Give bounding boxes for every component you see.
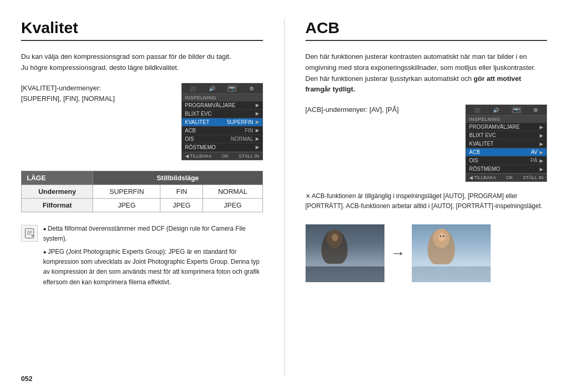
left-intro: Du kan välja den kompressionsgrad som pa…	[21, 51, 263, 74]
notes-text: Detta filformat överensstämmer med DCF (…	[43, 224, 263, 291]
table-header-stillbilds: Stillbildsläge	[93, 171, 262, 184]
camera-menu-item-kvalitet: KVALITET SUPERFIN ▶	[182, 118, 262, 127]
note-item-2: JPEG (Joint Photographic Experts Group):…	[43, 247, 263, 287]
left-section: Kvalitet Du kan välja den kompressionsgr…	[21, 19, 263, 376]
right-camera-menu-item-prog: PROGRAMVÄLJARE▶	[466, 123, 546, 131]
right-camera-menu-title: INSPELNING	[466, 116, 546, 123]
table-cell-jpeg2: JPEG	[160, 198, 203, 212]
table-row-undermeny: Undermeny SUPERFIN FIN NORMAL	[22, 184, 263, 198]
camera-menu-title: INSPELNING	[182, 94, 262, 101]
right-camera-menu-item-kval: KVALITET▶	[466, 140, 546, 148]
left-camera-menu: 🎥 🔊 📷 ⚙ INSPELNING PROGRAMVÄLJARE▶ BLIXT…	[181, 83, 263, 160]
table-cell-filformat-label: Filformat	[22, 198, 93, 212]
right-section: ACB Den här funktionen justerar kontrast…	[284, 19, 547, 376]
table-row-filformat: Filformat JPEG JPEG JPEG	[22, 198, 263, 212]
right-intro: Den här funktionen justerar kontrasten a…	[306, 51, 547, 95]
camera-menu-topbar: 🎥 🔊 📷 ⚙	[182, 84, 262, 94]
camera-menu-item-rost: RÖSTMEMO▶	[182, 143, 262, 152]
acb-photos: →	[306, 224, 547, 282]
note-icon	[21, 225, 38, 242]
camera-menu-item-acb: ACB FIN ▶	[182, 127, 262, 135]
camera-menu-item: PROGRAMVÄLJARE▶	[182, 101, 262, 110]
arrow-between-photos: →	[391, 245, 405, 262]
right-camera-menu-item-rost: RÖSTMEMO▶	[466, 165, 546, 173]
acb-note: ACB-funktionen är tillgänglig i inspelni…	[306, 191, 547, 211]
table-cell-jpeg3: JPEG	[203, 198, 262, 212]
left-submenu-text: [KVALITET]-undermenyer: [SUPERFIN], [FIN…	[21, 83, 173, 105]
right-camera-menu: 🎥 🔊 📷 ⚙ INSPELNING PROGRAMVÄLJARE▶ BLIXT…	[465, 105, 547, 182]
note-item-1: Detta filformat överensstämmer med DCF (…	[43, 224, 263, 244]
table-cell-superfin: SUPERFIN	[93, 184, 160, 198]
table-cell-undermeny-label: Undermeny	[22, 184, 93, 198]
left-title: Kvalitet	[21, 19, 263, 41]
right-submenu-text: [ACB]-undermenyer: [AV], [PÅ]	[306, 105, 458, 116]
camera-menu-item-ois: OIS NORMAL ▶	[182, 135, 262, 143]
right-camera-menu-topbar: 🎥 🔊 📷 ⚙	[466, 105, 546, 116]
quality-table: LÄGE Stillbildsläge Undermeny SUPERFIN F…	[21, 171, 263, 212]
right-submenu-section: [ACB]-undermenyer: [AV], [PÅ] 🎥 🔊 📷 ⚙ IN…	[306, 105, 547, 182]
photo-before	[306, 224, 384, 282]
right-title: ACB	[306, 19, 547, 41]
table-cell-jpeg1: JPEG	[93, 198, 160, 212]
right-camera-menu-item-blixt: BLIXT EVC▶	[466, 131, 546, 140]
camera-menu-bottom: ◀ TILLBAKA OK STÄLL IN	[182, 152, 262, 160]
notes-section: Detta filformat överensstämmer med DCF (…	[21, 224, 263, 291]
table-cell-fin: FIN	[160, 184, 203, 198]
table-cell-normal: NORMAL	[203, 184, 262, 198]
pencil-icon	[24, 228, 35, 239]
table-header-lage: LÄGE	[22, 171, 93, 184]
page-number: 052	[21, 375, 33, 383]
right-camera-menu-item-acb: ACB AV ▶	[466, 148, 546, 157]
left-submenu-section: [KVALITET]-undermenyer: [SUPERFIN], [FIN…	[21, 83, 263, 160]
photo-after	[412, 224, 491, 282]
camera-menu-item: BLIXT EVC▶	[182, 110, 262, 118]
right-camera-menu-bottom: ◀ TILLBAKA OK STÄLL IN	[466, 173, 546, 181]
right-camera-menu-item-ois: OIS PÅ ▶	[466, 157, 546, 165]
